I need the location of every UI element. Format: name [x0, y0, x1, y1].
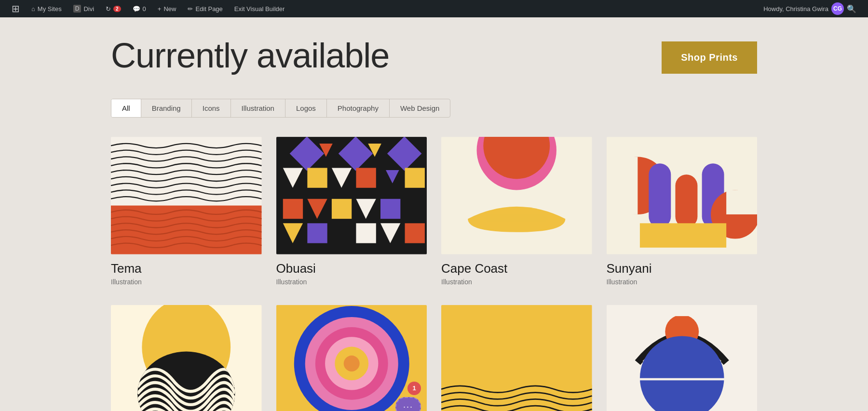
- svg-rect-37: [726, 190, 757, 215]
- portfolio-title-tema: Tema: [111, 261, 262, 276]
- my-sites-label: My Sites: [38, 5, 62, 13]
- portfolio-item-obuasi[interactable]: Obuasi Illustration: [276, 137, 427, 286]
- edit-page-label: Edit Page: [195, 5, 222, 13]
- portfolio-thumb-row2-3: [441, 305, 592, 411]
- portfolio-title-obuasi: Obuasi: [276, 261, 427, 276]
- svg-rect-16: [380, 199, 400, 219]
- new-item[interactable]: + New: [152, 0, 182, 17]
- new-label: New: [163, 5, 176, 13]
- filter-tab-logos[interactable]: Logos: [285, 99, 327, 117]
- svg-rect-12: [356, 168, 376, 188]
- portfolio-item-sunyani[interactable]: Sunyani Illustration: [607, 137, 758, 286]
- filter-tab-all[interactable]: All: [111, 99, 141, 117]
- my-sites-item[interactable]: ⌂ My Sites: [26, 0, 68, 17]
- svg-rect-13: [405, 168, 424, 188]
- svg-rect-18: [356, 224, 376, 243]
- comments-item[interactable]: 💬 0: [127, 0, 152, 17]
- sites-icon: ⌂: [31, 5, 35, 13]
- svg-rect-38: [639, 224, 726, 248]
- chat-bubble: 1 ···: [395, 382, 421, 411]
- portfolio-item-capecoast[interactable]: Cape Coast Illustration: [441, 137, 592, 286]
- page-title: Currently available: [111, 37, 389, 75]
- portfolio-category-tema: Illustration: [111, 278, 262, 286]
- svg-rect-33: [649, 163, 671, 227]
- comments-count: 0: [143, 5, 146, 13]
- svg-rect-29: [486, 214, 548, 223]
- portfolio-item-row2-3[interactable]: [441, 305, 592, 411]
- chat-badge: 1: [407, 382, 421, 395]
- filter-tab-photography[interactable]: Photography: [327, 99, 390, 117]
- portfolio-thumb-tema: [111, 137, 262, 254]
- portfolio-thumb-row2-1: [111, 305, 262, 411]
- portfolio-item-row2-1[interactable]: [111, 305, 262, 411]
- avatar: CG: [831, 2, 844, 15]
- updates-icon: ↻: [106, 5, 111, 13]
- svg-rect-11: [307, 168, 327, 188]
- portfolio-thumb-capecoast: [441, 137, 592, 254]
- wp-icon: ⊞: [12, 3, 20, 14]
- comments-icon: 💬: [133, 5, 140, 13]
- svg-rect-58: [607, 378, 758, 381]
- portfolio-item-row2-4[interactable]: [607, 305, 758, 411]
- admin-bar-right: Howdy, Christina Gwira CG 🔍: [758, 2, 862, 15]
- divi-item[interactable]: D Divi: [68, 0, 100, 17]
- filter-tab-illustration[interactable]: Illustration: [231, 99, 285, 117]
- svg-point-51: [343, 356, 359, 371]
- filter-tab-branding[interactable]: Branding: [141, 99, 192, 117]
- exit-builder-label: Exit Visual Builder: [234, 5, 285, 13]
- edit-icon: ✏: [188, 5, 193, 13]
- svg-rect-17: [307, 224, 327, 243]
- portfolio-category-capecoast: Illustration: [441, 278, 592, 286]
- filter-tab-webdesign[interactable]: Web Design: [390, 99, 450, 117]
- portfolio-thumb-obuasi: [276, 137, 427, 254]
- portfolio-title-sunyani: Sunyani: [607, 261, 758, 276]
- portfolio-thumb-sunyani: [607, 137, 758, 254]
- chat-dots-button[interactable]: ···: [395, 397, 421, 411]
- wp-logo-item[interactable]: ⊞: [6, 0, 26, 17]
- portfolio-thumb-row2-4: [607, 305, 758, 411]
- updates-item[interactable]: ↻ 2: [100, 0, 127, 17]
- portfolio-item-row2-2[interactable]: 1 ···: [276, 305, 427, 411]
- shop-prints-button[interactable]: Shop Prints: [662, 41, 757, 74]
- portfolio-grid: Tema Illustration: [111, 137, 757, 411]
- svg-rect-59: [607, 305, 758, 316]
- plus-icon: +: [158, 5, 162, 13]
- user-greeting: Howdy, Christina Gwira: [763, 5, 828, 13]
- admin-bar: ⊞ ⌂ My Sites D Divi ↻ 2 💬 0 + New ✏ Edit…: [0, 0, 868, 17]
- search-icon[interactable]: 🔍: [847, 4, 856, 13]
- portfolio-title-capecoast: Cape Coast: [441, 261, 592, 276]
- portfolio-category-obuasi: Illustration: [276, 278, 427, 286]
- svg-rect-15: [331, 199, 351, 219]
- svg-rect-14: [283, 199, 302, 219]
- filter-tab-icons[interactable]: Icons: [192, 99, 231, 117]
- updates-badge: 2: [113, 6, 121, 12]
- portfolio-category-sunyani: Illustration: [607, 278, 758, 286]
- page-header: Currently available Shop Prints: [111, 37, 757, 75]
- divi-label: Divi: [83, 5, 94, 13]
- edit-page-item[interactable]: ✏ Edit Page: [182, 0, 228, 17]
- filter-tabs: All Branding Icons Illustration Logos Ph…: [111, 99, 450, 118]
- svg-rect-34: [675, 174, 697, 227]
- exit-builder-item[interactable]: Exit Visual Builder: [229, 0, 291, 17]
- svg-rect-19: [405, 224, 424, 243]
- svg-rect-32: [607, 157, 637, 214]
- portfolio-item-tema[interactable]: Tema Illustration: [111, 137, 262, 286]
- portfolio-thumb-row2-2: 1 ···: [276, 305, 427, 411]
- divi-icon: D: [73, 5, 81, 13]
- main-content: Currently available Shop Prints All Bran…: [0, 17, 868, 411]
